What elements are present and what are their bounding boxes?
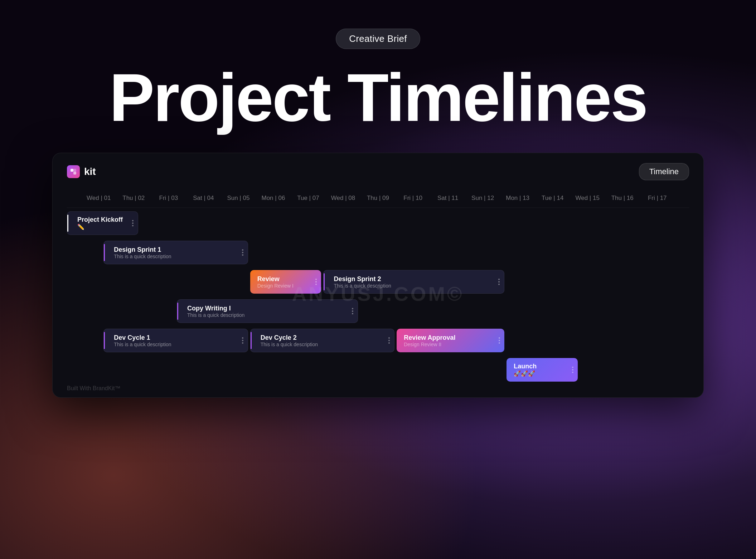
creative-brief-badge[interactable]: Creative Brief <box>336 29 420 49</box>
task-accent <box>177 303 178 320</box>
task-menu-button[interactable] <box>132 220 134 226</box>
app-header: kit Timeline <box>53 153 703 187</box>
day-header: Sat | 04 <box>186 195 221 202</box>
page-content: Creative Brief Project Timelines kit Tim… <box>0 0 756 398</box>
task-title: Copy Writing I <box>187 305 341 312</box>
badge-label: Creative Brief <box>349 33 407 44</box>
day-header: Sun | 05 <box>221 195 256 202</box>
day-header: Thu | 09 <box>360 195 396 202</box>
task-menu-button[interactable] <box>572 367 573 373</box>
timeline-body: ANYUSJ.COM© Project Kickoff✏️Design Spri… <box>67 208 689 379</box>
task-title: Dev Cycle 1 <box>114 334 231 342</box>
day-header: Wed | 15 <box>570 195 605 202</box>
task-bar-review[interactable]: ReviewDesign Review I <box>250 270 321 294</box>
task-accent <box>324 273 325 290</box>
task-description: This is a quick description <box>114 254 231 259</box>
day-header: Thu | 16 <box>605 195 640 202</box>
task-description: This is a quick description <box>114 342 231 347</box>
task-menu-button[interactable] <box>242 249 243 256</box>
task-title: Design Sprint 1 <box>114 246 231 254</box>
task-menu-button[interactable] <box>315 279 317 285</box>
day-header: Fri | 10 <box>396 195 431 202</box>
task-emoji: ✏️ <box>77 224 121 230</box>
task-title: Review Approval <box>404 334 488 342</box>
day-header: Tue | 14 <box>535 195 570 202</box>
task-accent <box>67 215 68 232</box>
task-bar-review-approval[interactable]: Review ApprovalDesign Review II <box>397 329 504 352</box>
task-description: Design Review I <box>257 283 305 289</box>
day-header: Sat | 11 <box>430 195 465 202</box>
task-bar-project-kickoff[interactable]: Project Kickoff✏️ <box>67 211 138 235</box>
day-header: Sun | 12 <box>465 195 500 202</box>
task-menu-button[interactable] <box>242 337 243 344</box>
task-description: This is a quick description <box>334 283 488 289</box>
hero-title: Project Timelines <box>109 63 647 131</box>
task-bar-launch[interactable]: Launch🚀🚀🚀 <box>507 358 578 382</box>
svg-rect-1 <box>73 172 76 175</box>
day-header: Wed | 01 <box>81 195 116 202</box>
task-description: This is a quick description <box>261 342 378 347</box>
task-title: Dev Cycle 2 <box>261 334 378 342</box>
task-bar-design-sprint-1[interactable]: Design Sprint 1This is a quick descripti… <box>103 241 248 264</box>
day-header: Fri | 17 <box>640 195 675 202</box>
task-accent <box>251 332 252 349</box>
timeline-button[interactable]: Timeline <box>639 163 689 180</box>
app-logo: kit <box>67 165 96 178</box>
task-title: Review <box>257 275 305 283</box>
svg-rect-2 <box>73 169 76 172</box>
footer-text: Built With BrandKit™ <box>67 385 120 391</box>
svg-rect-0 <box>71 169 73 172</box>
logo-text: kit <box>84 166 96 177</box>
day-header: Thu | 02 <box>116 195 151 202</box>
day-header: Wed | 08 <box>326 195 361 202</box>
task-bar-copy-writing-1[interactable]: Copy Writing IThis is a quick descriptio… <box>177 299 358 323</box>
app-footer: Built With BrandKit™ <box>53 379 703 397</box>
task-bar-dev-cycle-1[interactable]: Dev Cycle 1This is a quick description <box>103 329 248 352</box>
day-header: Mon | 06 <box>256 195 291 202</box>
task-emoji: 🚀🚀🚀 <box>514 370 561 377</box>
day-header: Fri | 03 <box>151 195 186 202</box>
task-menu-button[interactable] <box>352 308 353 314</box>
day-header: Mon | 13 <box>500 195 535 202</box>
task-accent <box>104 332 105 349</box>
task-bar-design-sprint-2[interactable]: Design Sprint 2This is a quick descripti… <box>323 270 504 294</box>
task-menu-button[interactable] <box>388 337 390 344</box>
logo-icon <box>67 165 80 178</box>
task-description: This is a quick description <box>187 312 341 318</box>
task-bar-dev-cycle-2[interactable]: Dev Cycle 2This is a quick description <box>250 329 394 352</box>
task-menu-button[interactable] <box>498 279 500 285</box>
task-title: Design Sprint 2 <box>334 275 488 283</box>
task-title: Project Kickoff <box>77 216 121 224</box>
timeline-header: Wed | 01Thu | 02Fri | 03Sat | 04Sun | 05… <box>67 187 689 208</box>
timeline-container: Wed | 01Thu | 02Fri | 03Sat | 04Sun | 05… <box>53 187 703 379</box>
task-description: Design Review II <box>404 342 488 347</box>
task-accent <box>104 244 105 261</box>
task-title: Launch <box>514 363 561 370</box>
app-window: kit Timeline Wed | 01Thu | 02Fri | 03Sat… <box>52 153 704 398</box>
day-header: Tue | 07 <box>291 195 326 202</box>
task-menu-button[interactable] <box>499 337 500 344</box>
